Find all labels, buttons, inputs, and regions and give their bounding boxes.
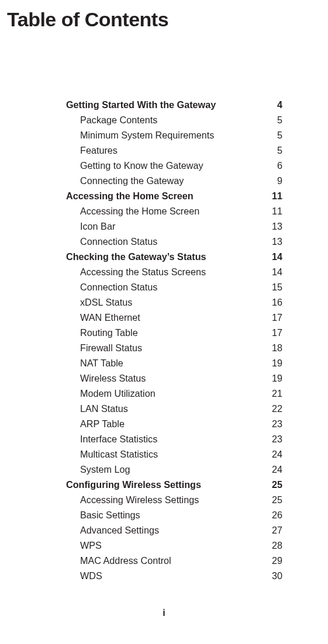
page-number: i <box>0 608 328 618</box>
toc-entry-page: 19 <box>265 371 282 386</box>
toc-entry-page: 17 <box>265 310 282 325</box>
toc-entry-label: ARP Table <box>66 416 125 431</box>
toc-entry-page: 14 <box>265 264 282 279</box>
toc-sub-row: Connecting the Gateway9 <box>66 173 282 188</box>
toc-entry-label: Accessing Wireless Settings <box>66 492 199 507</box>
toc-entry-label: Getting Started With the Gateway <box>66 97 216 112</box>
toc-sub-row: Getting to Know the Gateway6 <box>66 158 282 173</box>
toc-entry-label: Configuring Wireless Settings <box>66 477 201 492</box>
toc-entry-page: 16 <box>265 295 282 310</box>
toc-sub-row: WPS28 <box>66 538 282 553</box>
toc-entry-page: 28 <box>265 538 282 553</box>
toc-entry-page: 5 <box>265 112 282 127</box>
toc-sub-row: Accessing Wireless Settings25 <box>66 492 282 507</box>
toc-entry-page: 24 <box>265 462 282 477</box>
toc-entry-page: 22 <box>265 401 282 416</box>
toc-entry-page: 13 <box>265 219 282 234</box>
toc-entry-page: 25 <box>265 492 282 507</box>
toc-sub-row: Minimum System Requirements5 <box>66 127 282 143</box>
toc-entry-label: Getting to Know the Gateway <box>66 158 203 173</box>
toc-sub-row: NAT Table19 <box>66 355 282 371</box>
toc-entry-page: 11 <box>265 188 282 203</box>
toc-sub-row: LAN Status22 <box>66 401 282 416</box>
toc-entry-label: Accessing the Status Screens <box>66 264 206 279</box>
toc-entry-label: WDS <box>66 568 102 583</box>
toc-entry-page: 5 <box>265 143 282 158</box>
toc-entry-page: 25 <box>265 477 282 492</box>
toc-sub-row: Accessing the Status Screens14 <box>66 264 282 279</box>
toc-sub-row: Modem Utilization21 <box>66 386 282 401</box>
toc-entry-page: 14 <box>265 249 282 264</box>
toc-entry-label: Accessing the Home Screen <box>66 203 199 219</box>
toc-sub-row: Firewall Status18 <box>66 340 282 355</box>
toc-entry-label: Checking the Gateway’s Status <box>66 249 206 264</box>
toc-entry-page: 27 <box>265 522 282 538</box>
toc-entry-label: Accessing the Home Screen <box>66 188 194 203</box>
toc-sub-row: Package Contents5 <box>66 112 282 127</box>
toc-sub-row: Routing Table17 <box>66 325 282 340</box>
toc-section-row: Accessing the Home Screen11 <box>66 188 282 203</box>
toc-entry-page: 17 <box>265 325 282 340</box>
toc-entry-label: Firewall Status <box>66 340 142 355</box>
toc-entry-label: Wireless Status <box>66 371 146 386</box>
toc-entry-label: NAT Table <box>66 355 123 371</box>
toc-sub-row: Multicast Statistics24 <box>66 446 282 462</box>
toc-entry-label: MAC Address Control <box>66 553 171 568</box>
toc-entry-page: 26 <box>265 507 282 522</box>
toc-entry-page: 9 <box>265 173 282 188</box>
toc-entry-label: Interface Statistics <box>66 431 157 446</box>
toc-entry-page: 11 <box>265 203 282 219</box>
toc-entry-page: 13 <box>265 234 282 249</box>
toc-entry-label: LAN Status <box>66 401 128 416</box>
toc-entry-page: 19 <box>265 355 282 371</box>
toc-entry-page: 24 <box>265 446 282 462</box>
toc-sub-row: Basic Settings26 <box>66 507 282 522</box>
toc-entry-label: WAN Ethernet <box>66 310 140 325</box>
toc-sub-row: WDS30 <box>66 568 282 583</box>
toc-sub-row: WAN Ethernet17 <box>66 310 282 325</box>
toc-entry-label: WPS <box>66 538 102 553</box>
table-of-contents: Getting Started With the Gateway4Package… <box>66 97 282 583</box>
toc-entry-page: 30 <box>265 568 282 583</box>
toc-sub-row: Icon Bar13 <box>66 219 282 234</box>
page-title: Table of Contents <box>7 8 168 31</box>
toc-section-row: Checking the Gateway’s Status14 <box>66 249 282 264</box>
toc-sub-row: Features5 <box>66 143 282 158</box>
toc-entry-label: Icon Bar <box>66 219 115 234</box>
toc-entry-page: 4 <box>265 97 282 112</box>
toc-sub-row: System Log24 <box>66 462 282 477</box>
toc-entry-page: 6 <box>265 158 282 173</box>
toc-entry-page: 21 <box>265 386 282 401</box>
toc-sub-row: MAC Address Control29 <box>66 553 282 568</box>
toc-sub-row: Connection Status13 <box>66 234 282 249</box>
toc-entry-label: Connection Status <box>66 279 157 295</box>
toc-entry-label: Basic Settings <box>66 507 140 522</box>
toc-entry-label: Modem Utilization <box>66 386 156 401</box>
toc-sub-row: ARP Table23 <box>66 416 282 431</box>
toc-entry-page: 29 <box>265 553 282 568</box>
toc-entry-page: 15 <box>265 279 282 295</box>
toc-entry-label: Multicast Statistics <box>66 446 158 462</box>
toc-section-row: Getting Started With the Gateway4 <box>66 97 282 112</box>
toc-entry-page: 18 <box>265 340 282 355</box>
toc-entry-label: Connection Status <box>66 234 157 249</box>
toc-entry-page: 23 <box>265 416 282 431</box>
toc-entry-page: 5 <box>265 127 282 143</box>
toc-sub-row: xDSL Status16 <box>66 295 282 310</box>
toc-entry-label: Package Contents <box>66 112 157 127</box>
toc-entry-label: Minimum System Requirements <box>66 127 214 143</box>
toc-entry-label: System Log <box>66 462 130 477</box>
toc-sub-row: Connection Status15 <box>66 279 282 295</box>
toc-entry-label: xDSL Status <box>66 295 132 310</box>
toc-entry-page: 23 <box>265 431 282 446</box>
toc-entry-label: Routing Table <box>66 325 138 340</box>
toc-sub-row: Wireless Status19 <box>66 371 282 386</box>
toc-section-row: Configuring Wireless Settings25 <box>66 477 282 492</box>
toc-sub-row: Accessing the Home Screen11 <box>66 203 282 219</box>
toc-entry-label: Connecting the Gateway <box>66 173 184 188</box>
toc-sub-row: Interface Statistics23 <box>66 431 282 446</box>
toc-entry-label: Advanced Settings <box>66 522 159 538</box>
toc-sub-row: Advanced Settings27 <box>66 522 282 538</box>
toc-entry-label: Features <box>66 143 118 158</box>
